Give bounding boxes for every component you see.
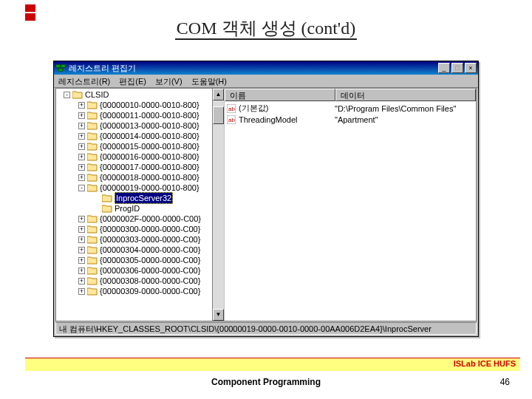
svg-text:ab: ab [228, 106, 235, 112]
folder-icon [87, 142, 98, 151]
expand-toggle[interactable]: + [78, 143, 85, 150]
tree-label: {00000014-0000-0010-800} [100, 131, 200, 141]
expand-toggle[interactable]: + [78, 247, 85, 253]
scroll-up-button[interactable]: ▲ [213, 89, 224, 100]
expand-toggle[interactable]: + [78, 236, 85, 243]
expand-toggle[interactable]: + [78, 288, 85, 295]
tree-item[interactable]: +{00000013-0000-0010-800} [58, 120, 224, 131]
expand-toggle[interactable]: + [78, 216, 85, 222]
scroll-thumb[interactable] [213, 106, 224, 124]
folder-icon [87, 245, 98, 254]
tree-label: {00000019-0000-0010-800} [100, 183, 200, 193]
expand-toggle[interactable]: + [78, 123, 85, 129]
folder-icon [102, 194, 112, 202]
tree-item[interactable]: +{00000016-0000-0010-800} [58, 151, 224, 162]
tree-item[interactable]: +{00000309-0000-0000-C00} [58, 286, 224, 296]
folder-icon [87, 235, 98, 244]
string-value-icon: ab [226, 115, 236, 124]
svg-text:ab: ab [228, 117, 235, 123]
tree-selected[interactable]: InprocServer32 [115, 192, 173, 204]
regedit-window: 레지스트리 편집기 _ □ × 레지스트리(R) 편집(E) 보기(V) 도움말… [53, 61, 479, 337]
tree-label: {00000010-0000-0010-800} [100, 100, 200, 110]
expand-toggle[interactable]: + [78, 174, 85, 181]
tree-item[interactable]: -{00000019-0000-0010-800} [58, 183, 224, 193]
tree-item[interactable]: +{00000304-0000-0000-C00} [58, 245, 224, 255]
tree-item[interactable]: +{00000017-0000-0010-800} [58, 162, 224, 172]
expand-toggle[interactable]: + [78, 226, 85, 233]
folder-icon [87, 183, 98, 192]
tree-body: - CLSID +{00000010-0000-0010-800}+{00000… [56, 89, 224, 297]
tree-label: {00000306-0000-0000-C00} [100, 265, 200, 276]
titlebar[interactable]: 레지스트리 편집기 _ □ × [54, 61, 478, 75]
tree-item[interactable]: +{00000300-0000-0000-C00} [58, 224, 224, 234]
folder-icon [87, 214, 98, 223]
expand-toggle[interactable]: - [64, 92, 70, 98]
tree-item[interactable]: +{00000306-0000-0000-C00} [58, 265, 224, 276]
expand-toggle[interactable]: + [78, 164, 85, 171]
tree-label: {00000308-0000-0000-C00} [100, 276, 200, 286]
tree-progid[interactable]: ProgID [115, 203, 140, 214]
col-name[interactable]: 이름 [225, 89, 335, 101]
folder-icon [87, 173, 98, 182]
page-number: 46 [500, 377, 510, 387]
menu-view[interactable]: 보기(V) [155, 76, 183, 87]
maximize-button[interactable]: □ [451, 63, 463, 73]
expand-toggle[interactable]: + [78, 267, 85, 274]
client-area: - CLSID +{00000010-0000-0010-800}+{00000… [55, 88, 477, 321]
expand-toggle[interactable]: + [78, 112, 85, 119]
tree-root[interactable]: CLSID [85, 89, 109, 100]
folder-icon [87, 132, 98, 140]
svg-rect-0 [56, 65, 60, 68]
folder-icon [87, 287, 98, 296]
value-data: "D:\Program Files\Common Files" [335, 104, 456, 113]
tree-item[interactable]: +{00000011-0000-0010-800} [58, 110, 224, 120]
tree-label: {00000011-0000-0010-800} [100, 110, 200, 120]
expand-toggle[interactable]: + [78, 257, 85, 264]
tree-item[interactable]: +{0000002F-0000-0000-C00} [58, 214, 224, 224]
menu-help[interactable]: 도움말(H) [191, 76, 227, 87]
tree-item[interactable]: +{00000010-0000-0010-800} [58, 100, 224, 110]
tree-item[interactable]: +{00000014-0000-0010-800} [58, 131, 224, 141]
list-row[interactable]: abThreadingModel"Apartment" [226, 114, 474, 125]
tree-item[interactable]: +{00000305-0000-0000-C00} [58, 255, 224, 265]
folder-icon [87, 100, 98, 109]
tree-item[interactable]: +{00000015-0000-0010-800} [58, 141, 224, 151]
expand-toggle[interactable]: + [78, 278, 85, 284]
svg-rect-1 [61, 65, 65, 68]
expand-toggle[interactable]: - [78, 185, 85, 191]
window-title: 레지스트리 편집기 [69, 63, 136, 74]
regedit-icon [55, 63, 66, 73]
tree-label: {00000018-0000-0010-800} [100, 172, 200, 183]
tree-item[interactable]: +{00000308-0000-0000-C00} [58, 276, 224, 286]
expand-toggle[interactable]: + [78, 133, 85, 140]
list-header: 이름 데이터 [225, 89, 476, 101]
tree-pane[interactable]: - CLSID +{00000010-0000-0010-800}+{00000… [56, 89, 225, 321]
folder-open-icon [72, 90, 83, 99]
footer-course: Component Programming [0, 377, 532, 387]
statusbar: 내 컴퓨터\HKEY_CLASSES_ROOT\CLSID\{00000019-… [55, 322, 477, 335]
values-pane[interactable]: 이름 데이터 ab(기본값)"D:\Program Files\Common F… [225, 89, 476, 321]
tree-item[interactable]: +{00000303-0000-0000-C00} [58, 234, 224, 245]
scroll-down-button[interactable]: ▼ [213, 309, 224, 321]
tree-item[interactable]: +{00000018-0000-0010-800} [58, 172, 224, 183]
expand-toggle[interactable]: + [78, 154, 85, 160]
menubar: 레지스트리(R) 편집(E) 보기(V) 도움말(H) [54, 75, 478, 88]
menu-registry[interactable]: 레지스트리(R) [58, 76, 110, 87]
folder-icon [87, 276, 98, 285]
tree-label: {00000304-0000-0000-C00} [100, 245, 200, 255]
folder-icon [87, 121, 98, 130]
folder-icon [87, 225, 98, 233]
list-body: ab(기본값)"D:\Program Files\Common Files"ab… [225, 101, 476, 321]
footer-lab: ISLab ICE HUFS [25, 358, 520, 371]
tree-label: {00000305-0000-0000-C00} [100, 255, 200, 265]
expand-toggle[interactable]: + [78, 102, 85, 109]
close-button[interactable]: × [465, 63, 477, 73]
minimize-button[interactable]: _ [438, 63, 450, 73]
value-name: ThreadingModel [239, 115, 335, 124]
list-row[interactable]: ab(기본값)"D:\Program Files\Common Files" [226, 103, 474, 114]
status-path: 내 컴퓨터\HKEY_CLASSES_ROOT\CLSID\{00000019-… [59, 324, 432, 333]
tree-scrollbar[interactable]: ▲ ▼ [212, 89, 224, 321]
value-data: "Apartment" [335, 115, 378, 124]
col-data[interactable]: 데이터 [335, 89, 476, 101]
menu-edit[interactable]: 편집(E) [119, 76, 146, 87]
